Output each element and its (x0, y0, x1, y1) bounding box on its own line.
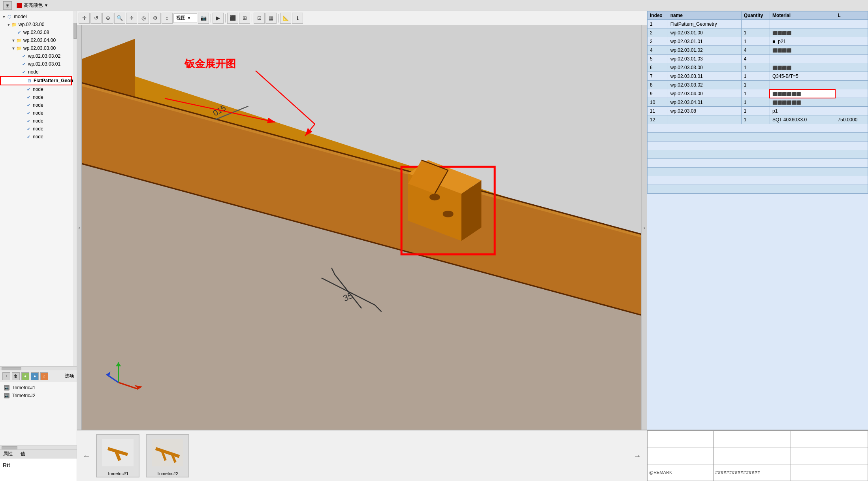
folder-icon-2: 📁 (16, 45, 22, 51)
info-cell-2-1 (648, 447, 714, 464)
camera-btn[interactable]: 📷 (198, 13, 209, 24)
play-btn[interactable]: ▶ (213, 13, 224, 24)
tree-item-node4[interactable]: ✔ node (0, 109, 72, 117)
tree-item-node2[interactable]: ✔ node (0, 93, 72, 101)
bom-row-empty-2 (648, 133, 868, 141)
bom-cell-12-index: 12 (648, 115, 668, 124)
measure-btn[interactable]: 📐 (280, 13, 291, 24)
tree-toggle-wp02-03-04-00[interactable]: ▼ (11, 38, 16, 43)
tree-item-flatpattern-geon[interactable]: ⊡ FlatPattern_Geon (0, 76, 72, 85)
bom-row-9[interactable]: 9 wp.02.03.04.00 1 ⬛⬛⬛⬛⬛⬛ (648, 89, 868, 98)
flatpattern-icon: ⊡ (26, 77, 32, 84)
bom-cell-8-index: 8 (648, 81, 668, 89)
bom-row-1[interactable]: 1 FlatPattern_Geometry (648, 20, 868, 28)
tree-item-wp02-03-08[interactable]: ✔ wp.02.03.08 (0, 28, 72, 36)
bom-cell-2-L (835, 28, 868, 37)
bom-cell-2-mat: ⬛⬛⬛⬛ (770, 28, 835, 37)
tree-item-wp02-03-00[interactable]: ▼ 📁 wp.02.03.00 (0, 21, 72, 28)
tree-item-wp02-03-03-00[interactable]: ▼ 📁 wp.02.03.03.00 (0, 44, 72, 52)
right-panel-collapse-btn[interactable]: › (641, 25, 647, 430)
bom-row-10[interactable]: 10 wp.02.03.04.01 1 ⬛⬛⬛⬛⬛⬛ (648, 98, 868, 107)
bom-cell-6-name: wp.02.03.03.00 (668, 63, 741, 72)
refresh-view-btn[interactable]: ● (21, 372, 29, 380)
move-btn[interactable]: ✛ (79, 13, 90, 24)
bom-cell-3-L (835, 37, 868, 46)
thumb-img-2 (147, 435, 188, 470)
bom-cell-7-L (835, 72, 868, 81)
bom-row-5[interactable]: 5 wp.02.03.01.03 4 (648, 55, 868, 63)
view-dropdown[interactable]: 视图 ▼ (173, 13, 197, 23)
tree-item-wp02-03-03-01[interactable]: ✔ wp.02.03.03.01 (0, 60, 72, 68)
thumbnail-trimetric1[interactable]: Trimetric#1 (96, 434, 139, 477)
tree-item-node1[interactable]: ✔ node (0, 85, 72, 93)
tree-item-node6[interactable]: ✔ node (0, 125, 72, 133)
tree-toggle-wp02-03-03-00[interactable]: ▼ (11, 46, 16, 51)
info-cell-1-2 (714, 431, 791, 447)
thumb-label-1: Trimetric#1 (106, 470, 130, 477)
tree-item-node-root[interactable]: ✔ node (0, 68, 72, 76)
home-btn[interactable]: ⌂ (162, 13, 173, 24)
bom-row-3[interactable]: 3 wp.02.03.01.01 1 ■=p21 (648, 37, 868, 46)
bom-cell-12-name (668, 115, 741, 124)
bom-row-4[interactable]: 4 wp.02.03.01.02 4 ⬛⬛⬛⬛ (648, 46, 868, 55)
target-btn[interactable]: ◎ (138, 13, 149, 24)
bom-cell-3-mat: ■=p21 (770, 37, 835, 46)
tree-toggle-wp02-03-00[interactable]: ▼ (6, 22, 11, 27)
tree-toggle-model[interactable]: ▼ (2, 14, 6, 19)
delete-view-btn[interactable]: 🗑 (12, 372, 20, 380)
bom-cell-3-index: 3 (648, 37, 668, 46)
bom-cell-1-mat (770, 20, 835, 28)
rotate-btn[interactable]: ↺ (90, 13, 102, 24)
tree-item-node3[interactable]: ✔ node (0, 101, 72, 109)
menu-icon[interactable]: ⊞ (3, 1, 12, 10)
views-hscrollbar[interactable] (0, 445, 77, 449)
bom-row-empty-4 (648, 150, 868, 159)
svg-point-12 (443, 211, 454, 217)
separator-4 (278, 14, 279, 23)
view-home-btn[interactable]: ● (31, 372, 39, 380)
color-swatch (17, 3, 22, 8)
tree-label-wp02-03-08: wp.02.03.08 (23, 30, 49, 35)
bom-cell-4-name: wp.02.03.01.02 (668, 46, 741, 55)
bom-row-8[interactable]: 8 wp.02.03.03.02 1 (648, 81, 868, 89)
bom-row-11[interactable]: 11 wp.02.03.08 1 p1 (648, 107, 868, 115)
info-table: @REMARK ################ (647, 430, 868, 481)
tree-label-wp02-03-04-00: wp.02.03.04.00 (23, 38, 56, 43)
grid-btn[interactable]: ▦ (265, 13, 277, 24)
zoom-btn[interactable]: 🔍 (114, 13, 125, 24)
tree-item-wp02-03-04-00[interactable]: ▼ 📁 wp.02.03.04.00 (0, 36, 72, 44)
view-item-trimetric1[interactable]: 📷 Trimetric#1 (2, 384, 75, 392)
scale-btn[interactable]: ⊕ (102, 13, 113, 24)
tree-item-node7[interactable]: ✔ node (0, 133, 72, 141)
settings-btn[interactable]: ⚙ (150, 13, 161, 24)
bom-row-7[interactable]: 7 wp.02.03.03.01 1 Q345-B/T=5 (648, 72, 868, 81)
bom-cell-10-name: wp.02.03.04.01 (668, 98, 741, 107)
view-item-trimetric2[interactable]: 📷 Trimetric#2 (2, 392, 75, 400)
tree-space-4 (16, 70, 21, 74)
fly-btn[interactable]: ✈ (126, 13, 137, 24)
tree-hscrollbar[interactable] (0, 366, 77, 370)
view-settings-btn[interactable]: ⌂ (40, 372, 48, 380)
folder-icon-0: 📁 (11, 21, 17, 28)
bom-row-2[interactable]: 2 wp.02.03.01.00 1 ⬛⬛⬛⬛ (648, 28, 868, 37)
thumb-prev-btn[interactable]: ← (80, 449, 93, 462)
thumb-next-btn[interactable]: → (631, 449, 644, 462)
bom-cell-5-mat (770, 55, 835, 63)
tree-item-model[interactable]: ▼ ⬡ model (0, 13, 72, 21)
tree-item-node5[interactable]: ✔ node (0, 117, 72, 125)
sidebar-toggle-btn[interactable]: ‹ (77, 25, 82, 430)
bom-cell-2-name: wp.02.03.01.00 (668, 28, 741, 37)
cube-btn[interactable]: ⬛ (227, 13, 238, 24)
bom-cell-10-mat: ⬛⬛⬛⬛⬛⬛ (770, 98, 835, 107)
thumbnail-trimetric2[interactable]: Trimetric#2 (146, 434, 189, 477)
snap-btn[interactable]: ⊡ (254, 13, 265, 24)
tree-item-wp02-03-03-02[interactable]: ✔ wp.02.03.03.02 (0, 52, 72, 60)
bom-row-12[interactable]: 12 1 SQT 40X60X3.0 750.0000 (648, 115, 868, 124)
info-row-2 (648, 447, 868, 464)
dropdown-arrow[interactable]: ▼ (44, 3, 48, 8)
part-icon-1: ✔ (21, 53, 27, 59)
info-btn[interactable]: ℹ (292, 13, 303, 24)
layer-btn[interactable]: ⊞ (239, 13, 250, 24)
bom-row-6[interactable]: 6 wp.02.03.03.00 1 ⬛⬛⬛⬛ (648, 63, 868, 72)
add-view-btn[interactable]: + (2, 372, 10, 380)
